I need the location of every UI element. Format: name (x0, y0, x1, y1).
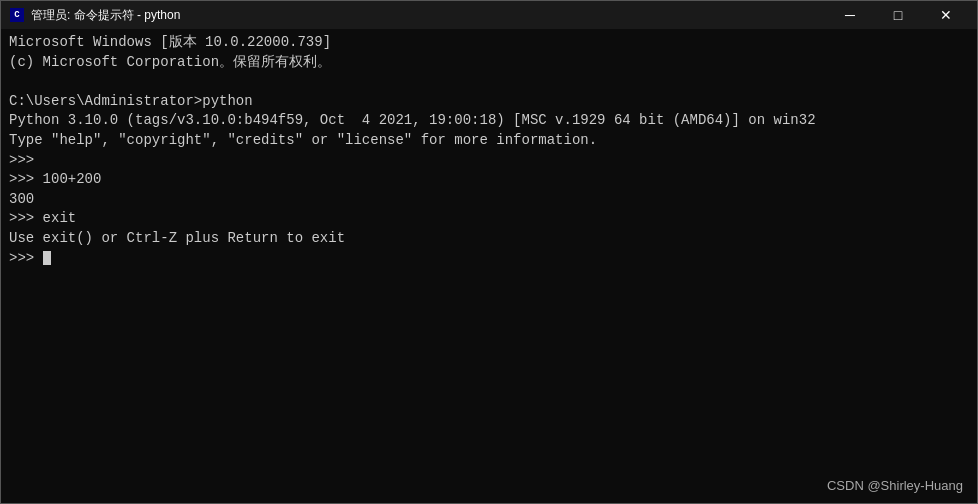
minimize-button[interactable]: ─ (827, 1, 873, 29)
terminal-cursor (43, 251, 51, 265)
terminal-body[interactable]: Microsoft Windows [版本 10.0.22000.739] (c… (1, 29, 977, 503)
title-bar: C 管理员: 命令提示符 - python ─ □ ✕ (1, 1, 977, 29)
cmd-icon: C (10, 8, 24, 22)
app-icon: C (9, 7, 25, 23)
title-bar-left: C 管理员: 命令提示符 - python (9, 7, 180, 24)
window-controls: ─ □ ✕ (827, 1, 969, 29)
window-title: 管理员: 命令提示符 - python (31, 7, 180, 24)
maximize-button[interactable]: □ (875, 1, 921, 29)
cmd-window: C 管理员: 命令提示符 - python ─ □ ✕ Microsoft Wi… (0, 0, 978, 504)
watermark: CSDN @Shirley-Huang (827, 478, 963, 493)
close-button[interactable]: ✕ (923, 1, 969, 29)
terminal-output: Microsoft Windows [版本 10.0.22000.739] (c… (9, 33, 969, 268)
